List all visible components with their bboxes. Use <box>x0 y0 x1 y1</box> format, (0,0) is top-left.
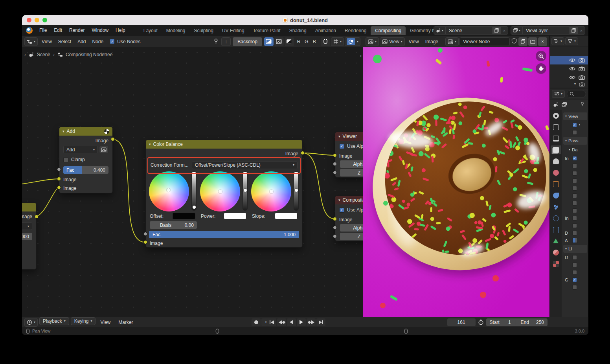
offset-swatch[interactable] <box>173 213 195 219</box>
play-reverse-button[interactable] <box>287 318 296 326</box>
channel-color-alpha-button[interactable] <box>264 37 274 46</box>
viewlayer-name[interactable]: ViewLayer <box>523 28 569 33</box>
workspace-tab-uv-editing[interactable]: UV Editing <box>218 26 249 35</box>
jump-to-end-button[interactable] <box>316 318 325 326</box>
render-camera-icon[interactable] <box>579 66 585 71</box>
prop-checkbox-18[interactable] <box>572 255 577 260</box>
workspace-tab-sculpting[interactable]: Sculpting <box>190 26 218 35</box>
partial-node-dropdown[interactable]: Multi...▾ <box>22 222 32 230</box>
pan-hand-button[interactable] <box>536 63 546 74</box>
partial-output-socket[interactable] <box>35 215 39 219</box>
properties-search-input[interactable] <box>567 90 586 98</box>
fac-slider[interactable]: Fac 0.400 <box>63 166 108 174</box>
workspace-tab-animation[interactable]: Animation <box>311 26 340 35</box>
properties-tab-viewlayer[interactable] <box>551 145 561 154</box>
properties-tab-render[interactable] <box>551 123 561 131</box>
prop-checkbox-1[interactable] <box>572 123 577 127</box>
node-canvas[interactable]: › Scene › Compositing Nodetree ‹ ▾ Image… <box>22 47 363 317</box>
viewlayer-selector[interactable]: ▾ ViewLayer × <box>511 26 585 35</box>
frame-range-fields[interactable]: Start1 End250 <box>486 318 548 326</box>
outliner-row-0[interactable] <box>550 56 588 64</box>
properties-tab-texture[interactable] <box>551 259 561 268</box>
prev-keyframe-button[interactable] <box>277 318 286 326</box>
panel-header-li[interactable]: ▾Li <box>563 245 587 253</box>
scene-name[interactable]: Scene <box>446 28 492 33</box>
cb-output-socket[interactable] <box>301 151 305 155</box>
node-add[interactable]: ▾Add Image Add▾ Clamp F <box>59 127 113 193</box>
outliner-type-button[interactable]: ▾ <box>551 37 564 45</box>
properties-type-button[interactable]: ▾ <box>552 90 565 98</box>
outliner-row-partial[interactable]: ▾ <box>550 82 588 86</box>
composite-z-field[interactable]: Z <box>340 233 363 240</box>
pin-icon[interactable] <box>580 101 585 108</box>
render-camera-icon[interactable] <box>579 58 585 63</box>
timeline-menu-keying[interactable]: Keying▾ <box>71 317 96 325</box>
prop-checkbox-11[interactable] <box>572 201 577 206</box>
visibility-eye-icon[interactable] <box>569 58 575 63</box>
prop-checkbox-15[interactable] <box>572 231 577 235</box>
properties-tab-output[interactable] <box>551 134 561 143</box>
viewer-use-alpha-checkbox[interactable] <box>339 144 344 149</box>
image-menu-image[interactable]: Image <box>422 37 441 47</box>
clamp-checkbox[interactable] <box>63 157 68 162</box>
channel-b[interactable]: B <box>311 37 318 46</box>
prop-checkbox-2[interactable] <box>572 130 577 135</box>
outliner-row-2[interactable] <box>550 73 588 82</box>
timeline-menu-marker[interactable]: Marker <box>115 317 136 327</box>
node-menu-node[interactable]: Node <box>89 37 107 47</box>
prop-checkbox-7[interactable] <box>572 171 577 176</box>
properties-tab-object[interactable] <box>551 180 561 188</box>
composite-image-socket[interactable] <box>333 217 337 221</box>
open-image-button[interactable] <box>528 37 537 46</box>
composite-node-header[interactable]: ▾Composite <box>335 196 363 204</box>
offset-color-wheel[interactable] <box>149 171 189 211</box>
power-color-wheel[interactable] <box>200 171 240 211</box>
cb-fac-socket[interactable] <box>143 232 147 236</box>
workspace-tab-geometry-nodes[interactable]: Geometry Nodes <box>406 26 434 35</box>
workspace-tab-layout[interactable]: Layout <box>139 26 162 35</box>
viewer-alpha-socket[interactable] <box>333 162 337 166</box>
new-image-button[interactable] <box>518 37 527 46</box>
node-menu-add[interactable]: Add <box>74 37 89 47</box>
viewer-z-socket[interactable] <box>333 171 337 175</box>
menu-window[interactable]: Window <box>88 25 112 36</box>
prop-slider-16[interactable] <box>572 238 578 243</box>
prop-checkbox-5[interactable] <box>572 156 577 161</box>
scene-copy-button[interactable] <box>492 27 501 34</box>
prop-checkbox-10[interactable] <box>572 193 577 198</box>
visibility-eye-icon[interactable] <box>569 66 575 71</box>
zoom-button[interactable] <box>536 51 546 61</box>
timeline-type-button[interactable]: ▾ <box>24 318 38 327</box>
add-image1-socket[interactable] <box>57 177 61 181</box>
region-toggle-icon[interactable]: › <box>24 52 26 57</box>
cb-fac-slider[interactable]: Fac 1.000 <box>149 231 299 238</box>
viewer-image-socket[interactable] <box>333 153 337 157</box>
panel-header-da[interactable]: ▾Da <box>563 146 587 154</box>
prop-checkbox-9[interactable] <box>572 186 577 191</box>
properties-tab-tool[interactable] <box>551 111 561 120</box>
menu-render[interactable]: Render <box>66 25 88 36</box>
composite-alpha-socket[interactable] <box>333 226 337 230</box>
properties-tab-constraints[interactable] <box>551 225 561 234</box>
editor-type-button[interactable]: ▾ <box>24 37 38 46</box>
properties-tab-data[interactable] <box>551 237 561 245</box>
menu-file[interactable]: File <box>36 25 50 36</box>
use-nodes-checkbox[interactable] <box>110 39 115 44</box>
auto-keying-button[interactable] <box>252 318 261 326</box>
prop-checkbox-12[interactable] <box>572 208 577 213</box>
prop-checkbox-6[interactable] <box>572 164 577 168</box>
node-color-balance[interactable]: ▾Color Balance Image Correction Form... … <box>145 140 303 248</box>
properties-tab-scene[interactable] <box>551 157 561 165</box>
workspace-tab-shading[interactable]: Shading <box>285 26 311 35</box>
image-name-field[interactable]: Viewer Node <box>459 37 510 46</box>
timeline-menu-view[interactable]: View <box>97 317 114 327</box>
viewlayer-copy-button[interactable] <box>569 27 578 34</box>
viewer-node-header[interactable]: ▾Viewer <box>335 132 363 141</box>
snap-magnet-button[interactable] <box>321 37 330 46</box>
composite-use-alpha-checkbox[interactable] <box>339 208 344 213</box>
prop-checkbox-21[interactable] <box>572 278 577 282</box>
slope-value-slider[interactable] <box>294 171 299 211</box>
viewer-alpha-field[interactable]: Alpha <box>340 160 363 168</box>
workspace-tab-texture-paint[interactable]: Texture Paint <box>249 26 285 35</box>
properties-tab-modifier[interactable] <box>551 191 561 200</box>
